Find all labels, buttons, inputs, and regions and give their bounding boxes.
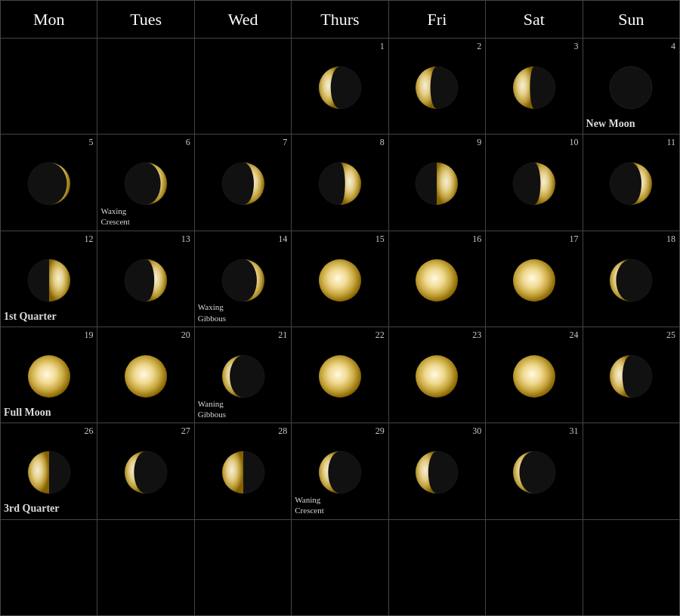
date-number: 28 xyxy=(278,426,287,437)
header-sun: Sun xyxy=(583,1,680,39)
moon-phase-icon xyxy=(413,353,460,403)
cell-r0-c1 xyxy=(97,39,194,135)
cell-r5-c5 xyxy=(486,520,583,616)
date-number: 14 xyxy=(278,234,287,245)
cell-r0-c3: 1 xyxy=(292,39,388,135)
moon-phase-icon xyxy=(607,257,654,307)
svg-point-14 xyxy=(319,259,361,302)
cell-r2-c1: 13 xyxy=(97,231,194,327)
cell-r3-c2: 21 Waning Gibbous xyxy=(195,327,292,423)
moon-phase-icon xyxy=(122,160,169,210)
cell-r2-c3: 15 xyxy=(292,231,388,327)
date-number: 19 xyxy=(84,330,93,341)
moon-phase-icon xyxy=(511,160,558,210)
moon-phase-icon xyxy=(220,353,267,403)
date-number: 23 xyxy=(472,330,481,341)
phase-label: Waxing Crescent xyxy=(100,206,129,228)
header-fri: Fri xyxy=(389,1,486,39)
date-number: 31 xyxy=(570,426,579,437)
moon-phase-icon xyxy=(413,257,460,307)
cell-r4-c1: 27 xyxy=(97,423,194,519)
cell-r5-c4 xyxy=(389,520,486,616)
cell-r5-c3 xyxy=(292,520,388,616)
moon-phase-icon xyxy=(413,160,460,210)
date-number: 18 xyxy=(666,234,675,245)
date-number: 21 xyxy=(278,330,287,341)
moon-phase-icon xyxy=(511,64,558,114)
date-number: 5 xyxy=(88,137,93,148)
moon-phase-icon xyxy=(220,257,267,307)
svg-point-16 xyxy=(513,259,555,302)
svg-point-21 xyxy=(319,355,361,398)
date-number: 11 xyxy=(666,137,675,148)
phase-label: 1st Quarter xyxy=(4,310,57,323)
date-number: 29 xyxy=(376,426,385,437)
header-wed: Wed xyxy=(195,1,292,39)
moon-phase-icon xyxy=(317,64,363,114)
header-tues: Tues xyxy=(97,1,194,39)
date-number: 4 xyxy=(671,41,675,52)
date-number: 10 xyxy=(570,137,579,148)
moon-phase-icon xyxy=(511,449,558,499)
moon-phase-icon xyxy=(26,353,73,403)
cell-r2-c5: 17 xyxy=(486,231,583,327)
moon-phase-icon xyxy=(26,257,73,307)
cell-r2-c6: 18 xyxy=(583,231,680,327)
phase-label: New Moon xyxy=(586,117,635,131)
moon-phase-icon xyxy=(317,257,363,307)
svg-point-3 xyxy=(610,67,652,109)
moon-phase-icon xyxy=(413,449,460,499)
moon-phase-icon xyxy=(122,353,169,403)
moon-phase-icon xyxy=(122,449,169,499)
phase-label: Waning Crescent xyxy=(295,494,323,516)
cell-r3-c3: 22 xyxy=(292,327,388,423)
cell-r3-c6: 25 xyxy=(583,327,680,423)
moon-phase-icon xyxy=(511,257,558,307)
date-number: 7 xyxy=(283,137,287,148)
moon-phase-icon xyxy=(607,160,654,210)
cell-r1-c3: 8 xyxy=(292,135,388,231)
cell-r2-c2: 14 Waxing Gibbous xyxy=(195,231,292,327)
moon-phase-icon xyxy=(413,64,460,114)
header-mon: Mon xyxy=(1,1,97,39)
date-number: 27 xyxy=(181,426,190,437)
date-number: 17 xyxy=(570,234,579,245)
moon-phase-icon xyxy=(317,449,363,499)
phase-label: Full Moon xyxy=(4,406,51,419)
date-number: 2 xyxy=(477,41,481,52)
date-number: 25 xyxy=(666,330,675,341)
cell-r3-c5: 24 xyxy=(486,327,583,423)
cell-r1-c2: 7 xyxy=(195,135,292,231)
header-sat: Sat xyxy=(486,1,583,39)
date-number: 30 xyxy=(472,426,481,437)
cell-r0-c2 xyxy=(195,39,292,135)
date-number: 1 xyxy=(380,41,385,52)
cell-r4-c4: 30 xyxy=(389,423,486,519)
svg-point-18 xyxy=(28,355,70,398)
moon-phase-icon xyxy=(26,160,73,210)
cell-r0-c0 xyxy=(1,39,97,135)
cell-r1-c4: 9 xyxy=(389,135,486,231)
cell-r4-c6 xyxy=(583,423,680,519)
date-number: 22 xyxy=(376,330,385,341)
date-number: 13 xyxy=(181,234,190,245)
date-number: 26 xyxy=(84,426,93,437)
phase-label: Waning Gibbous xyxy=(198,398,226,420)
cell-r4-c0: 26 3rd Quarter xyxy=(1,423,97,519)
date-number: 8 xyxy=(380,137,385,148)
cell-r3-c4: 23 xyxy=(389,327,486,423)
date-number: 16 xyxy=(472,234,481,245)
date-number: 20 xyxy=(181,330,190,341)
cell-r2-c0: 12 1st Quarter xyxy=(1,231,97,327)
moon-phase-icon xyxy=(26,449,73,499)
moon-phase-icon xyxy=(220,449,267,499)
moon-phase-icon xyxy=(607,64,654,114)
cell-r5-c6 xyxy=(583,520,680,616)
moon-phase-icon xyxy=(607,353,654,403)
date-number: 3 xyxy=(574,41,579,52)
moon-phase-icon xyxy=(511,353,558,403)
header-thurs: Thurs xyxy=(292,1,388,39)
date-number: 15 xyxy=(376,234,385,245)
cell-r3-c0: 19 Full Moon xyxy=(1,327,97,423)
date-number: 24 xyxy=(570,330,579,341)
